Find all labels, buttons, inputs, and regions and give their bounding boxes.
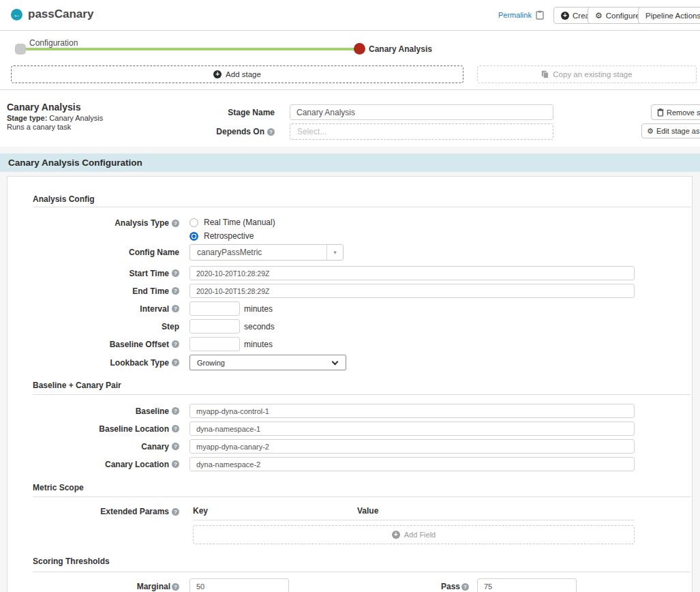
scoring-thresholds-heading: Scoring Thresholds (33, 557, 110, 566)
analysis-type-option-retrospective[interactable]: Retrospective (189, 231, 254, 241)
copy-icon (541, 70, 549, 78)
config-name-select[interactable]: canaryPassMetric ▾ (189, 244, 344, 261)
back-icon[interactable]: ← (11, 9, 22, 20)
analysis-type-label: Analysis Type ? (7, 218, 179, 228)
header-bar: ← passCanary Permalink + Create ⚙ Config… (0, 0, 700, 31)
plus-icon: + (392, 531, 400, 539)
help-icon[interactable]: ? (172, 269, 179, 277)
canary-location-input[interactable] (189, 457, 635, 471)
lookback-type-label: Lookback Type ? (7, 355, 179, 370)
help-icon[interactable]: ? (172, 583, 179, 591)
add-field-button[interactable]: + Add Field (193, 525, 635, 544)
stage-graph-section: Configuration Canary Analysis + Add stag… (0, 31, 700, 147)
baseline-offset-input[interactable] (189, 337, 240, 351)
canary-input[interactable] (189, 439, 635, 454)
help-icon[interactable]: ? (172, 425, 179, 432)
divider (33, 572, 691, 572)
configuration-node-label: Configuration (29, 38, 78, 48)
canary-analysis-stage-node[interactable] (354, 43, 365, 55)
edit-stage-json-button[interactable]: ⚙ Edit stage as JSON (641, 123, 700, 138)
start-time-input[interactable] (189, 266, 635, 280)
help-icon[interactable]: ? (172, 443, 179, 450)
stage-type-label: Stage type: (7, 114, 47, 122)
copy-existing-stage-button[interactable]: Copy an existing stage (477, 65, 697, 83)
config-name-label: Config Name (7, 244, 179, 261)
divider (33, 497, 691, 497)
permalink-link[interactable]: Permalink (498, 11, 532, 19)
help-icon[interactable]: ? (172, 305, 179, 312)
page-title: passCanary (28, 8, 93, 21)
help-icon[interactable]: ? (172, 407, 179, 415)
baseline-offset-unit: minutes (244, 337, 273, 351)
configure-button-label: Configure (606, 12, 640, 20)
pass-label: Pass ? (314, 578, 469, 592)
key-column-header: Key (193, 506, 208, 516)
lookback-type-select[interactable]: Growing (189, 355, 346, 370)
value-column-header: Value (357, 506, 378, 516)
marginal-input[interactable] (189, 578, 289, 592)
help-icon[interactable]: ? (461, 583, 469, 591)
metric-scope-heading: Metric Scope (33, 483, 84, 492)
divider (0, 89, 700, 90)
end-time-label: End Time ? (7, 284, 179, 298)
help-icon[interactable]: ? (172, 508, 179, 516)
pipeline-actions-button[interactable]: Pipeline Actions ▾ (638, 7, 700, 24)
help-icon[interactable]: ? (172, 287, 179, 295)
extended-params-label: Extended Params ? (7, 506, 179, 517)
baseline-label: Baseline ? (7, 404, 179, 418)
interval-input[interactable] (189, 301, 240, 316)
radio-selected-icon[interactable] (189, 232, 198, 241)
step-input[interactable] (189, 319, 240, 334)
dropdown-arrow-icon[interactable]: ▾ (326, 245, 343, 260)
trash-icon (657, 108, 664, 117)
add-stage-label: Add stage (226, 70, 261, 78)
baseline-location-input[interactable] (189, 421, 635, 436)
divider (33, 207, 691, 207)
marginal-label: Marginal ? (7, 578, 179, 592)
depends-on-select[interactable]: Select... (290, 123, 553, 140)
help-icon[interactable]: ? (172, 340, 179, 348)
canary-config-section-title: Canary Analysis Configuration (8, 158, 142, 168)
plus-icon: + (561, 12, 569, 20)
help-icon[interactable]: ? (172, 220, 179, 227)
end-time-input[interactable] (189, 284, 635, 298)
step-unit: seconds (244, 319, 275, 334)
graph-edge (20, 48, 356, 50)
gear-icon: ⚙ (595, 12, 603, 20)
stage-name-input[interactable] (290, 104, 553, 120)
divider (193, 520, 635, 520)
depends-on-label: Depends On ? (184, 123, 275, 140)
canary-config-section-bar: Canary Analysis Configuration (0, 153, 700, 172)
analysis-config-heading: Analysis Config (33, 194, 95, 204)
baseline-offset-label: Baseline Offset ? (7, 337, 179, 351)
stage-type-value: Canary Analysis (49, 114, 103, 122)
radio-option-label: Retrospective (204, 231, 254, 241)
canary-label: Canary ? (7, 439, 179, 454)
remove-stage-label: Remove stage (667, 108, 700, 117)
canary-config-card: Analysis Config Analysis Type ? Real Tim… (7, 176, 693, 592)
help-icon[interactable]: ? (172, 359, 179, 366)
divider (33, 394, 691, 395)
analysis-type-option-realtime[interactable]: Real Time (Manual) (189, 217, 275, 228)
configuration-stage-node[interactable] (15, 44, 26, 55)
pass-input[interactable] (477, 578, 577, 592)
interval-label: Interval ? (7, 301, 179, 316)
baseline-pair-heading: Baseline + Canary Pair (33, 381, 121, 390)
canary-node-label: Canary Analysis (369, 44, 432, 54)
remove-stage-button[interactable]: Remove stage (651, 104, 700, 120)
stage-editor-title: Canary Analysis (7, 102, 80, 113)
step-label: Step (7, 319, 179, 334)
interval-unit: minutes (244, 301, 273, 316)
start-time-label: Start Time ? (7, 266, 179, 280)
radio-unselected-icon[interactable] (189, 218, 198, 227)
lookback-type-value: Growing (190, 359, 232, 367)
help-icon[interactable]: ? (267, 128, 275, 136)
depends-on-placeholder: Select... (297, 127, 326, 136)
help-icon[interactable]: ? (172, 460, 179, 468)
plus-icon: + (213, 70, 222, 78)
gear-icon: ⚙ (647, 128, 654, 135)
baseline-input[interactable] (189, 404, 635, 418)
add-stage-button[interactable]: + Add stage (11, 65, 463, 83)
pipeline-actions-label: Pipeline Actions (645, 12, 700, 20)
clipboard-icon[interactable] (536, 10, 544, 20)
